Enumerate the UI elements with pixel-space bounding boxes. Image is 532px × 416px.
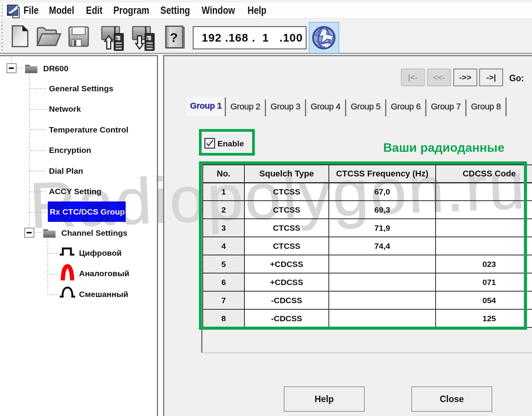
svg-text:?: ? (170, 30, 178, 45)
